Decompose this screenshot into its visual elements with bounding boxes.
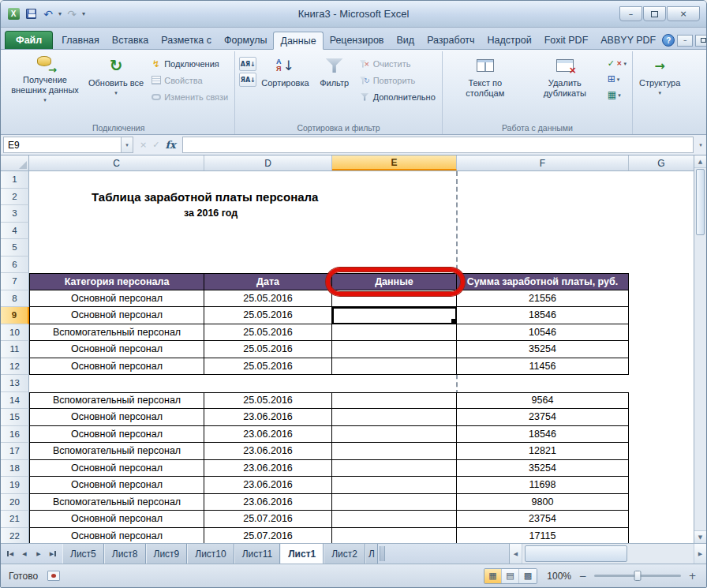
row-header-2[interactable]: 2	[1, 189, 29, 206]
maximize-button[interactable]	[643, 6, 666, 21]
cell-D11[interactable]: 25.05.2016	[204, 341, 332, 358]
cell-F17[interactable]: 12821	[457, 443, 629, 460]
horizontal-scroll-track[interactable]	[522, 544, 694, 564]
sheet-tab-list11[interactable]: Лист11	[234, 544, 281, 564]
cell-F8[interactable]: 21556	[457, 290, 629, 308]
column-header-e[interactable]: E	[332, 155, 457, 170]
row-header-19[interactable]: 19	[1, 477, 29, 494]
cell-G9[interactable]	[629, 307, 694, 324]
cell-E8[interactable]	[332, 290, 457, 308]
row-header-17[interactable]: 17	[1, 443, 29, 460]
reapply-filter-button[interactable]: ↻ Повторить	[357, 73, 438, 88]
formula-input[interactable]	[182, 137, 694, 153]
cell-D12[interactable]: 25.05.2016	[204, 358, 332, 376]
normal-view-button[interactable]: ▦	[484, 569, 502, 583]
vertical-scroll-thumb[interactable]	[696, 169, 705, 235]
scroll-left-icon[interactable]: ◀	[510, 544, 522, 564]
column-header-d[interactable]: D	[204, 155, 332, 170]
refresh-all-button[interactable]: ↻ Обновить все ▾	[86, 52, 146, 120]
cell-G22[interactable]	[629, 528, 694, 544]
advanced-filter-button[interactable]: Дополнительно	[357, 89, 438, 104]
cell-E9[interactable]	[332, 307, 457, 324]
tab-file[interactable]: Файл	[5, 31, 53, 49]
scroll-down-icon[interactable]: ▼	[694, 530, 706, 543]
cell-E14[interactable]	[332, 392, 457, 410]
row-header-14[interactable]: 14	[1, 392, 29, 410]
text-to-columns-button[interactable]: Текст по столбцам	[447, 52, 524, 120]
column-header-c[interactable]: C	[29, 155, 204, 170]
tab-addins[interactable]: Надстрой	[481, 31, 538, 49]
row-header-4[interactable]: 4	[1, 223, 29, 240]
page-layout-view-button[interactable]: ▤	[502, 569, 519, 583]
first-sheet-button[interactable]: ◀	[4, 548, 17, 560]
cell-G18[interactable]	[629, 460, 694, 478]
sort-za-button[interactable]: ЯА↓	[239, 73, 256, 87]
cell-F21[interactable]: 23754	[457, 511, 629, 528]
sort-az-button[interactable]: АЯ↓	[239, 57, 256, 71]
tab-abbyy-pdf[interactable]: ABBYY PDF	[594, 31, 662, 49]
cell-G8[interactable]	[629, 290, 694, 308]
name-box[interactable]: E9	[3, 137, 122, 153]
cell-G16[interactable]	[629, 426, 694, 444]
cell-D21[interactable]: 25.07.2016	[204, 511, 332, 528]
cell-E21[interactable]	[332, 511, 457, 528]
cell-E19[interactable]	[332, 477, 457, 494]
cell-G17[interactable]	[629, 443, 694, 460]
row-header-5[interactable]: 5	[1, 239, 29, 257]
tab-formulas[interactable]: Формулы	[218, 31, 273, 49]
cells-row-3[interactable]: за 2016 год	[29, 205, 694, 223]
cell-C12[interactable]: Основной персонал	[29, 358, 204, 376]
sheet-tab-list10[interactable]: Лист10	[187, 544, 234, 564]
tab-review[interactable]: Рецензиров	[324, 31, 391, 49]
sheet-tab-list5[interactable]: Лист5	[62, 544, 104, 564]
macro-record-icon[interactable]	[47, 571, 60, 581]
cell-D17[interactable]: 23.06.2016	[204, 443, 332, 460]
cell-C22[interactable]: Основной персонал	[29, 528, 204, 544]
table-header-c[interactable]: Категория персонала	[29, 273, 204, 290]
row-header-11[interactable]: 11	[1, 341, 29, 358]
tab-home[interactable]: Главная	[55, 31, 106, 49]
cell-E11[interactable]	[332, 341, 457, 358]
sheet-tab-list9[interactable]: Лист9	[146, 544, 188, 564]
workbook-minimize-button[interactable]: –	[677, 35, 693, 47]
sheet-tab-list8[interactable]: Лист8	[104, 544, 146, 564]
cell-E18[interactable]	[332, 460, 457, 478]
scroll-right-icon[interactable]: ▶	[694, 544, 706, 564]
vertical-scrollbar[interactable]: ▲ ▼	[694, 155, 706, 543]
cell-E15[interactable]	[332, 409, 457, 426]
row-header-20[interactable]: 20	[1, 494, 29, 511]
help-button[interactable]: ?	[662, 34, 675, 47]
tab-page-layout[interactable]: Разметка с	[155, 31, 218, 49]
cell-F18[interactable]: 35254	[457, 460, 629, 478]
what-if-analysis-button[interactable]: ▦ ▾	[606, 88, 628, 102]
cell-C18[interactable]: Основной персонал	[29, 460, 204, 478]
row-header-13[interactable]: 13	[1, 375, 29, 392]
insert-function-button[interactable]: fx	[165, 139, 175, 151]
cell-C19[interactable]: Основной персонал	[29, 477, 204, 494]
qat-customize-caret-icon[interactable]: ▾	[82, 10, 85, 17]
cell-D8[interactable]: 25.05.2016	[204, 290, 332, 308]
cell-E10[interactable]	[332, 324, 457, 342]
cell-D15[interactable]: 23.06.2016	[204, 409, 332, 426]
connections-button[interactable]: ↯ Подключения	[148, 56, 230, 71]
outline-button[interactable]: → Структура ▾	[637, 52, 683, 120]
zoom-level[interactable]: 100%	[543, 571, 571, 582]
cell-C21[interactable]: Основной персонал	[29, 511, 204, 528]
cell-F9[interactable]: 18546	[457, 307, 629, 324]
edit-links-button[interactable]: Изменить связи	[148, 89, 230, 104]
cell-F19[interactable]: 11698	[457, 477, 629, 494]
horizontal-scroll-thumb[interactable]	[525, 545, 627, 562]
row-header-3[interactable]: 3	[1, 205, 29, 223]
row-header-7[interactable]: 7	[1, 273, 29, 290]
cell-C11[interactable]: Основной персонал	[29, 341, 204, 358]
cell-G19[interactable]	[629, 477, 694, 494]
row-header-15[interactable]: 15	[1, 409, 29, 426]
row-header-16[interactable]: 16	[1, 426, 29, 444]
clear-filter-button[interactable]: × Очистить	[357, 56, 438, 71]
cell-F15[interactable]: 23754	[457, 409, 629, 426]
cell-D18[interactable]: 23.06.2016	[204, 460, 332, 478]
undo-button[interactable]: ↶	[41, 7, 55, 21]
zoom-slider-thumb[interactable]	[634, 571, 642, 581]
close-button[interactable]: ×	[667, 6, 700, 21]
data-validation-button[interactable]: ✓× ▾	[606, 56, 628, 70]
